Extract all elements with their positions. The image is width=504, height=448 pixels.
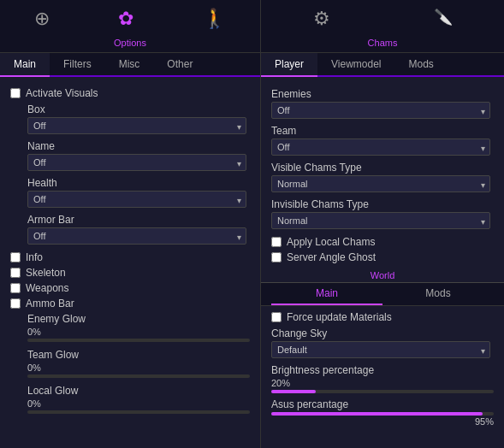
team-glow-slider-row: Team Glow 0% — [10, 349, 250, 378]
local-glow-slider-row: Local Glow 0% — [10, 385, 250, 414]
brightness-slider-row: Brightness percentage 20% — [271, 364, 494, 393]
ammo-checkbox[interactable] — [10, 298, 21, 309]
enemies-label: Enemies — [271, 88, 494, 100]
brightness-track[interactable] — [271, 390, 494, 393]
right-panel: Player Viewmodel Mods Enemies OffFlatGlo… — [261, 53, 504, 448]
asus-label: Asus percantage — [271, 398, 494, 410]
invisible-chams-label: Invisible Chams Type — [271, 198, 494, 210]
team-select[interactable]: OffFlatGlow — [271, 139, 490, 156]
team-select-wrapper: OffFlatGlow — [271, 139, 490, 157]
gear-sun-icon[interactable]: ✿ — [118, 8, 133, 30]
options-nav: ⊕ ✿ 🚶 Options — [0, 0, 261, 52]
chams-icons: ⚙ 🔪 — [261, 3, 504, 32]
tab-main[interactable]: Main — [0, 53, 50, 77]
armor-select[interactable]: OffOn — [27, 227, 246, 245]
left-panel: Main Filters Misc Other Activate Visuals… — [0, 53, 261, 448]
enemy-glow-percent: 0% — [27, 327, 250, 337]
activate-visuals-row: Activate Visuals — [10, 87, 250, 99]
activate-visuals-checkbox[interactable] — [10, 88, 21, 98]
tab-mods[interactable]: Mods — [395, 53, 448, 77]
apply-local-chams-row: Apply Local Chams — [271, 236, 494, 248]
box-label: Box — [10, 103, 250, 115]
team-glow-label: Team Glow — [27, 349, 250, 361]
enemy-glow-slider-row: Enemy Glow 0% — [10, 313, 250, 342]
force-update-label: Force update Materials — [287, 311, 392, 323]
crosshair-icon[interactable]: ⊕ — [34, 8, 50, 30]
weapons-checkbox[interactable] — [10, 283, 21, 293]
skeleton-checkbox[interactable] — [10, 268, 21, 278]
world-tab-main[interactable]: Main — [271, 283, 382, 305]
health-select[interactable]: OffOn — [27, 191, 246, 208]
tab-misc[interactable]: Misc — [105, 53, 154, 77]
visible-chams-select[interactable]: NormalFlatGlow — [271, 175, 490, 192]
settings-icon[interactable]: ⚙ — [313, 8, 330, 30]
apply-local-chams-checkbox[interactable] — [271, 237, 282, 247]
tab-viewmodel[interactable]: Viewmodel — [317, 53, 394, 77]
server-angle-row: Server Angle Ghost — [271, 251, 494, 263]
brightness-label: Brightness percentage — [271, 364, 494, 376]
enemy-glow-track[interactable] — [27, 339, 250, 342]
options-label: Options — [114, 36, 146, 50]
box-select[interactable]: OffFlat3D — [27, 117, 246, 134]
tab-filters[interactable]: Filters — [50, 53, 105, 77]
tab-other[interactable]: Other — [153, 53, 206, 77]
info-row: Info — [10, 251, 250, 263]
armor-bar-label: Armor Bar — [10, 214, 250, 226]
world-tab-mods[interactable]: Mods — [382, 283, 494, 305]
world-section-label: World — [261, 268, 504, 283]
enemies-select[interactable]: OffFlatGlow — [271, 102, 490, 119]
team-glow-percent: 0% — [27, 363, 250, 373]
top-bar: ⊕ ✿ 🚶 Options ⚙ 🔪 Chams — [0, 0, 504, 53]
team-glow-track[interactable] — [27, 374, 250, 378]
change-sky-select[interactable]: DefaultDawnNight — [271, 341, 490, 358]
server-angle-label: Server Angle Ghost — [287, 251, 376, 263]
health-label: Health — [10, 177, 250, 189]
box-select-wrapper: OffFlat3D — [27, 117, 246, 136]
name-select[interactable]: OffOn — [27, 154, 246, 171]
brightness-fill — [271, 390, 316, 393]
skeleton-label: Skeleton — [26, 267, 66, 279]
team-label: Team — [271, 125, 494, 137]
name-label: Name — [10, 140, 250, 152]
visible-chams-wrapper: NormalFlatGlow — [271, 175, 490, 194]
right-tab-bar: Player Viewmodel Mods — [261, 53, 504, 77]
skeleton-row: Skeleton — [10, 267, 250, 279]
options-icons: ⊕ ✿ 🚶 — [0, 3, 260, 32]
info-checkbox[interactable] — [10, 252, 21, 262]
player-icon[interactable]: 🚶 — [203, 8, 226, 30]
asus-track[interactable] — [271, 412, 494, 416]
health-select-wrapper: OffOn — [27, 191, 246, 209]
chams-nav: ⚙ 🔪 Chams — [261, 0, 504, 52]
enemies-select-wrapper: OffFlatGlow — [271, 102, 490, 121]
info-label: Info — [26, 251, 43, 263]
left-content: Activate Visuals Box OffFlat3D Name OffO… — [0, 77, 260, 448]
invisible-chams-select[interactable]: NormalFlatGlow — [271, 212, 490, 229]
world-tabs: Main Mods — [261, 283, 504, 306]
weapons-row: Weapons — [10, 282, 250, 294]
invisible-chams-wrapper: NormalFlatGlow — [271, 212, 490, 231]
weapons-label: Weapons — [26, 282, 68, 294]
left-tab-bar: Main Filters Misc Other — [0, 53, 260, 77]
force-update-checkbox[interactable] — [271, 312, 282, 322]
ammo-label: Ammo Bar — [26, 298, 74, 309]
name-select-wrapper: OffOn — [27, 154, 246, 173]
enemy-glow-label: Enemy Glow — [27, 313, 250, 325]
visible-chams-label: Visible Chams Type — [271, 162, 494, 174]
brightness-percent: 20% — [271, 378, 494, 388]
change-sky-wrapper: DefaultDawnNight — [271, 341, 490, 360]
knife-icon[interactable]: 🔪 — [434, 8, 453, 30]
right-content: Enemies OffFlatGlow Team OffFlatGlow Vis… — [261, 77, 504, 448]
server-angle-checkbox[interactable] — [271, 252, 282, 262]
apply-local-chams-label: Apply Local Chams — [287, 236, 375, 248]
main-layout: Main Filters Misc Other Activate Visuals… — [0, 53, 504, 448]
chams-label: Chams — [368, 36, 398, 50]
armor-select-wrapper: OffOn — [27, 227, 246, 246]
tab-player[interactable]: Player — [261, 53, 317, 77]
activate-visuals-label: Activate Visuals — [26, 87, 98, 99]
asus-slider-row: Asus percantage 95% — [271, 398, 494, 427]
local-glow-track[interactable] — [27, 410, 250, 414]
local-glow-percent: 0% — [27, 398, 250, 409]
ammo-row: Ammo Bar — [10, 298, 250, 309]
asus-fill — [271, 412, 483, 416]
asus-percent: 95% — [271, 416, 494, 427]
